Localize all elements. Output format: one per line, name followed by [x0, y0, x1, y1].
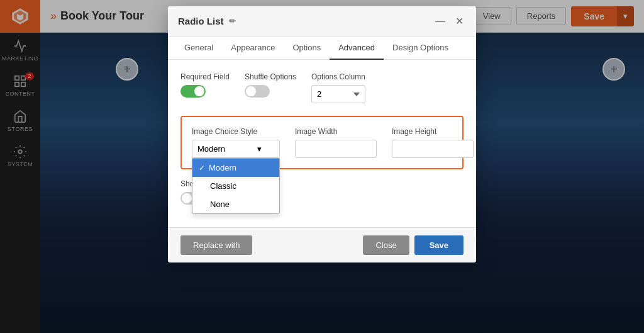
- image-options-section: Image Choice Style Modern ▾ ✓ Modern: [180, 116, 464, 169]
- image-height-input[interactable]: [392, 140, 474, 158]
- required-field-group: Required Field: [180, 72, 230, 98]
- shuffle-options-group: Shuffle Options: [245, 72, 296, 98]
- required-field-label: Required Field: [180, 72, 230, 81]
- shuffle-options-slider: [245, 85, 270, 98]
- check-icon: ✓: [199, 164, 205, 172]
- option-label-modern: Modern: [209, 163, 236, 172]
- dialog-overlay: Radio List ✏ — ✕ General Appearance Opti…: [0, 0, 644, 333]
- tab-options[interactable]: Options: [284, 37, 330, 60]
- form-row-1: Required Field Shuffle Options Options C…: [180, 72, 464, 103]
- dropdown-chevron-icon: ▾: [257, 144, 262, 154]
- image-width-label: Image Width: [295, 127, 377, 136]
- image-choice-style-group: Image Choice Style Modern ▾ ✓ Modern: [192, 127, 280, 158]
- image-choice-style-dropdown-container: Modern ▾ ✓ Modern Classic: [192, 140, 280, 158]
- dialog-edit-icon[interactable]: ✏: [229, 16, 236, 26]
- dialog-save-button[interactable]: Save: [414, 235, 464, 255]
- dropdown-option-none[interactable]: None: [192, 195, 279, 213]
- dialog-close-footer-button[interactable]: Close: [363, 235, 409, 255]
- option-label-none: None: [210, 200, 230, 209]
- footer-right-actions: Close Save: [363, 235, 464, 255]
- options-column-select[interactable]: 1 2 3 4: [311, 85, 365, 103]
- image-choice-style-display[interactable]: Modern ▾: [192, 140, 280, 158]
- image-height-group: Image Height: [392, 127, 474, 158]
- tab-general[interactable]: General: [175, 37, 222, 60]
- dropdown-option-classic[interactable]: Classic: [192, 177, 279, 195]
- dialog-minimize-button[interactable]: —: [433, 14, 448, 28]
- required-field-slider: [180, 85, 206, 98]
- radio-list-dialog: Radio List ✏ — ✕ General Appearance Opti…: [168, 6, 476, 262]
- option-label-classic: Classic: [210, 181, 236, 191]
- dialog-close-button[interactable]: ✕: [453, 14, 466, 28]
- shuffle-options-toggle[interactable]: [245, 85, 270, 98]
- image-choice-style-value: Modern: [197, 144, 225, 154]
- dialog-title-text: Radio List: [178, 16, 224, 26]
- tab-appearance[interactable]: Appearance: [222, 37, 284, 60]
- dropdown-option-modern[interactable]: ✓ Modern: [192, 159, 279, 177]
- options-column-label: Options Column: [311, 72, 365, 81]
- dialog-tabs: General Appearance Options Advanced Desi…: [168, 37, 476, 60]
- required-field-toggle[interactable]: [180, 85, 206, 98]
- image-choice-style-list: ✓ Modern Classic None: [192, 158, 280, 214]
- replace-with-button[interactable]: Replace with: [180, 235, 252, 255]
- image-height-label: Image Height: [392, 127, 474, 136]
- dialog-body: Required Field Shuffle Options Options C…: [168, 60, 476, 227]
- image-choice-style-label: Image Choice Style: [192, 127, 280, 136]
- tab-advanced[interactable]: Advanced: [330, 37, 384, 60]
- tab-design-options[interactable]: Design Options: [384, 37, 457, 60]
- dialog-footer: Replace with Close Save: [168, 227, 476, 262]
- dialog-title: Radio List ✏: [178, 16, 236, 26]
- dialog-header: Radio List ✏ — ✕: [168, 6, 476, 37]
- shuffle-options-label: Shuffle Options: [245, 72, 296, 81]
- form-row-2: Image Choice Style Modern ▾ ✓ Modern: [192, 127, 452, 158]
- image-width-group: Image Width: [295, 127, 377, 158]
- dialog-controls: — ✕: [433, 14, 466, 28]
- options-column-group: Options Column 1 2 3 4: [311, 72, 365, 103]
- image-width-input[interactable]: [295, 140, 377, 158]
